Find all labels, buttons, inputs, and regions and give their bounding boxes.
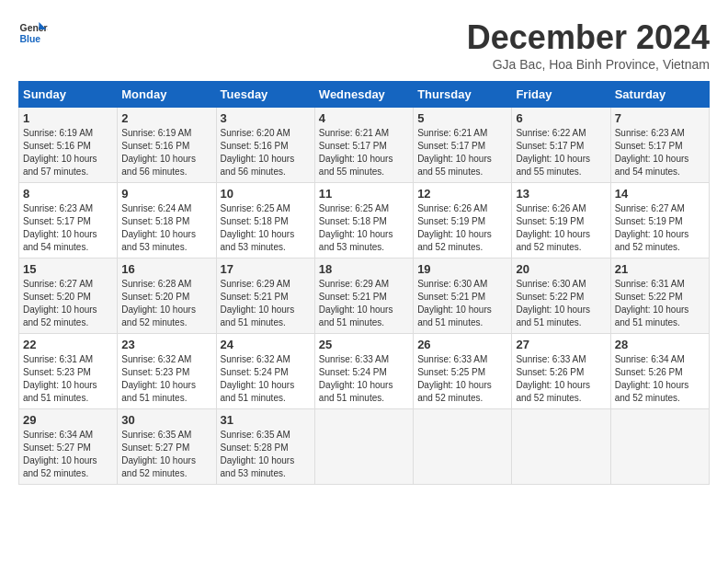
cell-info: Sunrise: 6:32 AMSunset: 5:23 PMDaylight:…	[121, 354, 196, 403]
day-number: 29	[23, 413, 113, 427]
day-number: 14	[615, 187, 705, 201]
day-number: 18	[319, 262, 409, 276]
cell-info: Sunrise: 6:20 AMSunset: 5:16 PMDaylight:…	[221, 128, 295, 177]
cell-info: Sunrise: 6:30 AMSunset: 5:21 PMDaylight:…	[417, 279, 492, 327]
svg-text:Blue: Blue	[20, 34, 41, 44]
title-section: December 2024 GJa Bac, Hoa Binh Province…	[467, 18, 710, 72]
calendar-cell: 18Sunrise: 6:29 AMSunset: 5:21 PMDayligh…	[314, 259, 413, 334]
day-number: 22	[23, 338, 113, 351]
day-number: 25	[319, 338, 409, 351]
day-number: 24	[221, 338, 311, 351]
day-number: 11	[319, 187, 409, 201]
calendar-cell: 3Sunrise: 6:20 AMSunset: 5:16 PMDaylight…	[216, 108, 314, 183]
cell-info: Sunrise: 6:24 AMSunset: 5:18 PMDaylight:…	[121, 203, 196, 252]
calendar-cell: 15Sunrise: 6:27 AMSunset: 5:20 PMDayligh…	[19, 259, 118, 334]
cell-info: Sunrise: 6:31 AMSunset: 5:23 PMDaylight:…	[23, 354, 97, 403]
cell-info: Sunrise: 6:19 AMSunset: 5:16 PMDaylight:…	[121, 128, 196, 177]
calendar-table: Sunday Monday Tuesday Wednesday Thursday…	[18, 81, 710, 485]
calendar-cell: 16Sunrise: 6:28 AMSunset: 5:20 PMDayligh…	[118, 259, 216, 334]
day-number: 26	[417, 338, 507, 351]
calendar-week-4: 22Sunrise: 6:31 AMSunset: 5:23 PMDayligh…	[19, 334, 710, 409]
calendar-cell: 5Sunrise: 6:21 AMSunset: 5:17 PMDaylight…	[414, 108, 512, 183]
cell-info: Sunrise: 6:29 AMSunset: 5:21 PMDaylight:…	[221, 279, 295, 327]
day-number: 16	[121, 262, 211, 276]
calendar-cell: 25Sunrise: 6:33 AMSunset: 5:24 PMDayligh…	[314, 334, 413, 409]
calendar-cell: 17Sunrise: 6:29 AMSunset: 5:21 PMDayligh…	[216, 259, 314, 334]
day-number: 17	[221, 262, 311, 276]
day-number: 2	[121, 111, 211, 125]
calendar-cell: 12Sunrise: 6:26 AMSunset: 5:19 PMDayligh…	[414, 183, 512, 259]
calendar-cell: 24Sunrise: 6:32 AMSunset: 5:24 PMDayligh…	[216, 334, 314, 409]
cell-info: Sunrise: 6:26 AMSunset: 5:19 PMDaylight:…	[417, 203, 492, 252]
cell-info: Sunrise: 6:32 AMSunset: 5:24 PMDaylight:…	[221, 354, 295, 403]
calendar-cell: 2Sunrise: 6:19 AMSunset: 5:16 PMDaylight…	[118, 108, 216, 183]
cell-info: Sunrise: 6:31 AMSunset: 5:22 PMDaylight:…	[615, 279, 689, 327]
calendar-week-5: 29Sunrise: 6:34 AMSunset: 5:27 PMDayligh…	[19, 409, 710, 485]
calendar-cell: 11Sunrise: 6:25 AMSunset: 5:18 PMDayligh…	[314, 183, 413, 259]
cell-info: Sunrise: 6:28 AMSunset: 5:20 PMDaylight:…	[121, 279, 196, 327]
calendar-cell: 8Sunrise: 6:23 AMSunset: 5:17 PMDaylight…	[19, 183, 118, 259]
day-number: 28	[615, 338, 705, 351]
col-tuesday: Tuesday	[216, 82, 314, 108]
calendar-cell: 29Sunrise: 6:34 AMSunset: 5:27 PMDayligh…	[19, 409, 118, 485]
calendar-cell: 21Sunrise: 6:31 AMSunset: 5:22 PMDayligh…	[610, 259, 709, 334]
logo: General Blue	[18, 18, 48, 48]
calendar-cell: 9Sunrise: 6:24 AMSunset: 5:18 PMDaylight…	[118, 183, 216, 259]
calendar-cell	[512, 409, 610, 485]
cell-info: Sunrise: 6:30 AMSunset: 5:22 PMDaylight:…	[516, 279, 590, 327]
calendar-cell: 30Sunrise: 6:35 AMSunset: 5:27 PMDayligh…	[118, 409, 216, 485]
col-friday: Friday	[512, 82, 610, 108]
day-number: 27	[516, 338, 606, 351]
col-saturday: Saturday	[610, 82, 709, 108]
calendar-cell: 23Sunrise: 6:32 AMSunset: 5:23 PMDayligh…	[118, 334, 216, 409]
cell-info: Sunrise: 6:23 AMSunset: 5:17 PMDaylight:…	[23, 203, 97, 252]
cell-info: Sunrise: 6:27 AMSunset: 5:19 PMDaylight:…	[615, 203, 689, 252]
day-number: 9	[121, 187, 211, 201]
day-number: 1	[23, 111, 113, 125]
cell-info: Sunrise: 6:27 AMSunset: 5:20 PMDaylight:…	[23, 279, 97, 327]
cell-info: Sunrise: 6:21 AMSunset: 5:17 PMDaylight:…	[319, 128, 393, 177]
cell-info: Sunrise: 6:22 AMSunset: 5:17 PMDaylight:…	[516, 128, 590, 177]
day-number: 10	[221, 187, 311, 201]
day-number: 23	[121, 338, 211, 351]
day-number: 20	[516, 262, 606, 276]
day-number: 30	[121, 413, 211, 427]
calendar-cell: 7Sunrise: 6:23 AMSunset: 5:17 PMDaylight…	[610, 108, 709, 183]
calendar-cell: 1Sunrise: 6:19 AMSunset: 5:16 PMDaylight…	[19, 108, 118, 183]
calendar-week-1: 1Sunrise: 6:19 AMSunset: 5:16 PMDaylight…	[19, 108, 710, 183]
cell-info: Sunrise: 6:25 AMSunset: 5:18 PMDaylight:…	[319, 203, 393, 252]
cell-info: Sunrise: 6:35 AMSunset: 5:27 PMDaylight:…	[121, 430, 196, 478]
calendar-cell: 14Sunrise: 6:27 AMSunset: 5:19 PMDayligh…	[610, 183, 709, 259]
cell-info: Sunrise: 6:35 AMSunset: 5:28 PMDaylight:…	[221, 430, 295, 478]
cell-info: Sunrise: 6:25 AMSunset: 5:18 PMDaylight:…	[221, 203, 295, 252]
cell-info: Sunrise: 6:23 AMSunset: 5:17 PMDaylight:…	[615, 128, 689, 177]
cell-info: Sunrise: 6:33 AMSunset: 5:26 PMDaylight:…	[516, 354, 590, 403]
page-title: December 2024	[467, 18, 710, 57]
cell-info: Sunrise: 6:33 AMSunset: 5:25 PMDaylight:…	[417, 354, 492, 403]
cell-info: Sunrise: 6:34 AMSunset: 5:27 PMDaylight:…	[23, 430, 97, 478]
col-sunday: Sunday	[19, 82, 118, 108]
header-row: Sunday Monday Tuesday Wednesday Thursday…	[19, 82, 710, 108]
calendar-cell	[314, 409, 413, 485]
calendar-cell: 22Sunrise: 6:31 AMSunset: 5:23 PMDayligh…	[19, 334, 118, 409]
calendar-cell: 10Sunrise: 6:25 AMSunset: 5:18 PMDayligh…	[216, 183, 314, 259]
day-number: 21	[615, 262, 705, 276]
cell-info: Sunrise: 6:19 AMSunset: 5:16 PMDaylight:…	[23, 128, 97, 177]
calendar-cell: 4Sunrise: 6:21 AMSunset: 5:17 PMDaylight…	[314, 108, 413, 183]
day-number: 4	[319, 111, 409, 125]
calendar-cell: 31Sunrise: 6:35 AMSunset: 5:28 PMDayligh…	[216, 409, 314, 485]
col-monday: Monday	[118, 82, 216, 108]
day-number: 19	[417, 262, 507, 276]
calendar-cell: 28Sunrise: 6:34 AMSunset: 5:26 PMDayligh…	[610, 334, 709, 409]
day-number: 13	[516, 187, 606, 201]
day-number: 5	[417, 111, 507, 125]
calendar-week-3: 15Sunrise: 6:27 AMSunset: 5:20 PMDayligh…	[19, 259, 710, 334]
calendar-cell: 6Sunrise: 6:22 AMSunset: 5:17 PMDaylight…	[512, 108, 610, 183]
calendar-week-2: 8Sunrise: 6:23 AMSunset: 5:17 PMDaylight…	[19, 183, 710, 259]
calendar-cell	[414, 409, 512, 485]
cell-info: Sunrise: 6:33 AMSunset: 5:24 PMDaylight:…	[319, 354, 393, 403]
cell-info: Sunrise: 6:26 AMSunset: 5:19 PMDaylight:…	[516, 203, 590, 252]
calendar-cell: 27Sunrise: 6:33 AMSunset: 5:26 PMDayligh…	[512, 334, 610, 409]
calendar-cell: 20Sunrise: 6:30 AMSunset: 5:22 PMDayligh…	[512, 259, 610, 334]
cell-info: Sunrise: 6:34 AMSunset: 5:26 PMDaylight:…	[615, 354, 689, 403]
